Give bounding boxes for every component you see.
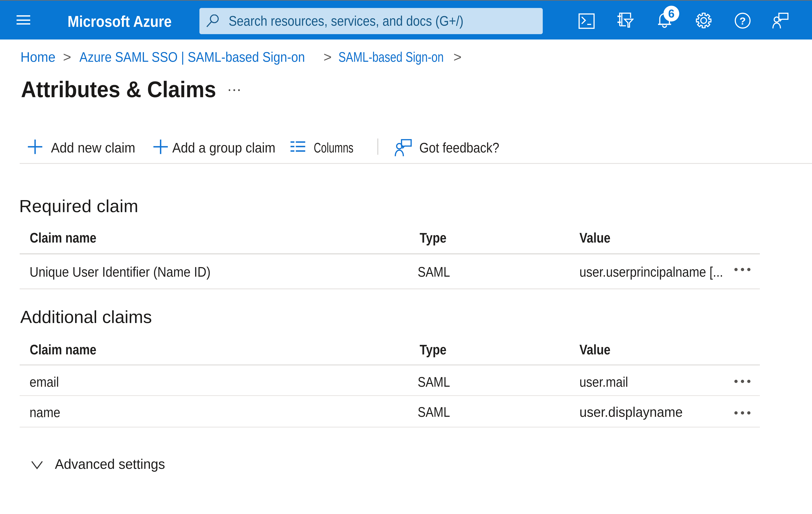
svg-text:6: 6: [668, 7, 675, 20]
svg-text:?: ?: [740, 15, 746, 27]
